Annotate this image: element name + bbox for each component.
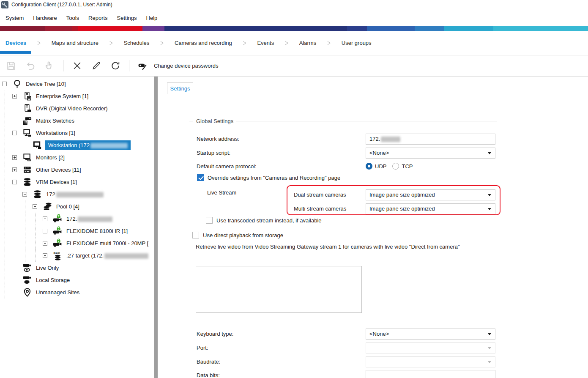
override-settings-checkbox[interactable] [197, 174, 204, 181]
tree-row[interactable]: Local Storage [0, 274, 154, 286]
tab-devices[interactable]: Devices [5, 40, 26, 46]
tree-row[interactable]: VRM Devices [1] [0, 176, 154, 188]
tree-row[interactable]: iSCSI.27 target (172. [0, 249, 154, 262]
tree-label: FLEXIDOME multi 7000i - 20MP [ [66, 238, 149, 248]
direct-playback-checkbox[interactable] [192, 232, 199, 238]
tree-indent-guide [2, 127, 12, 139]
tab-user-groups[interactable]: User groups [342, 40, 372, 46]
tree-indent-guide [2, 225, 12, 237]
tree-expander-plus-icon[interactable] [43, 216, 47, 221]
tree-row[interactable]: Other Devices [11] [0, 164, 154, 176]
pin-icon [22, 288, 32, 297]
port-select [366, 342, 495, 353]
tree-row[interactable]: DVR (Digital Video Recorder) [0, 102, 154, 115]
tree-row[interactable]: Pool 0 [4] [0, 200, 154, 213]
radio-tcp[interactable] [392, 163, 399, 170]
tab-settings[interactable]: Settings [167, 82, 193, 94]
edit-button[interactable] [91, 60, 101, 71]
tree-label: Workstations [1] [35, 128, 76, 138]
tree-row[interactable]: Workstation (172 [0, 139, 154, 151]
menu-item-help[interactable]: Help [145, 14, 159, 22]
multi-stream-select[interactable]: Image pane size optimized [366, 203, 495, 214]
dual-stream-select[interactable]: Image pane size optimized [366, 189, 495, 200]
tree-indent-guide [2, 90, 12, 102]
tree-indent-guide [33, 213, 43, 225]
tree-expander-minus-icon[interactable] [22, 192, 27, 197]
tree-expander-minus-icon[interactable] [12, 180, 17, 184]
tree-indent-guide [22, 213, 33, 225]
panel-splitter[interactable] [154, 77, 158, 378]
tree-row[interactable]: Workstations [1] [0, 127, 154, 139]
vsg-camera-list[interactable] [196, 266, 362, 313]
tree-row[interactable]: FLEXIDOME multi 7000i - 20MP [ [0, 237, 154, 249]
port-label: Port: [197, 342, 208, 353]
tree-expander-plus-icon[interactable] [43, 253, 47, 258]
tree-row[interactable]: Monitors [2] [0, 151, 154, 164]
device-tree: Device Tree [10]Enterprise System [1]DVR… [0, 77, 154, 378]
tree-indent-guide [2, 102, 12, 115]
toolbar: Change device passwords [0, 55, 588, 77]
tree-row[interactable]: 172. [0, 213, 154, 225]
tab-schedules[interactable]: Schedules [124, 40, 150, 46]
tree-expander-plus-icon[interactable] [12, 94, 17, 99]
refresh-button[interactable] [110, 60, 120, 71]
radio-udp[interactable] [366, 163, 372, 170]
tree-expander-plus-icon[interactable] [43, 229, 47, 233]
keyboard-type-select[interactable]: <None> [366, 329, 495, 340]
menu-item-system[interactable]: System [4, 14, 25, 22]
workflow-tabs: Devices>Maps and structure>Schedules>Cam… [0, 31, 588, 55]
data-bits-input[interactable] [366, 370, 495, 378]
network-address-input[interactable]: 172. [366, 134, 495, 145]
tree-indent-guide [22, 249, 33, 262]
tree-row[interactable]: Device Tree [10] [0, 78, 154, 90]
tree-row[interactable]: 172 [0, 188, 154, 200]
tree-row[interactable]: Enterprise System [1] [0, 90, 154, 102]
tree-label: Enterprise System [1] [35, 91, 89, 101]
tree-expander-plus-icon[interactable] [12, 155, 17, 160]
chevron-right-icon: > [37, 38, 41, 47]
tab-alarms[interactable]: Alarms [299, 40, 316, 46]
tree-indent-guide [12, 249, 22, 262]
tab-events[interactable]: Events [257, 40, 274, 46]
tree-indent-guide [2, 139, 12, 151]
tree-label: Unmanaged Sites [35, 288, 80, 297]
tab-cameras-and-recording[interactable]: Cameras and recording [175, 40, 232, 46]
tree-expander-minus-icon[interactable] [12, 131, 17, 135]
tree-row[interactable]: Unmanaged Sites [0, 286, 154, 299]
tabstrip-line [158, 94, 588, 94]
tree-row[interactable]: FLEXIDOME 8100i IR [1] [0, 225, 154, 237]
menu-item-tools[interactable]: Tools [65, 14, 80, 22]
tree-label: VRM Devices [1] [35, 177, 78, 187]
tree-expander-plus-icon[interactable] [43, 241, 47, 246]
tree-expander-minus-icon[interactable] [2, 82, 7, 86]
menu-item-settings[interactable]: Settings [116, 14, 138, 22]
tree-expander-minus-icon[interactable] [33, 204, 37, 209]
chevron-down-icon [488, 333, 491, 337]
group-title: Global Settings [196, 118, 233, 124]
baudrate-select [366, 356, 495, 367]
transcoded-stream-checkbox[interactable] [206, 217, 213, 224]
startup-script-select[interactable]: <None> [366, 148, 495, 159]
chevron-down-icon [488, 152, 491, 156]
tree-label: Monitors [2] [35, 153, 66, 162]
change-device-passwords-button[interactable] [138, 60, 148, 71]
tree-indent-guide [12, 188, 22, 200]
tree-indent-guide [2, 164, 12, 176]
tree-expander-plus-icon[interactable] [12, 167, 17, 172]
tree-row[interactable]: Live Only [0, 262, 154, 274]
tree-row[interactable]: Matrix Switches [0, 115, 154, 127]
tree-indent-guide [12, 225, 22, 237]
redacted-text [104, 253, 148, 259]
toolbar-separator [63, 60, 63, 71]
tree-indent-guide [12, 213, 22, 225]
cam-icon [53, 214, 63, 224]
tree-indent-guide [2, 188, 12, 200]
wrench-icon [1, 1, 8, 8]
menu-item-hardware[interactable]: Hardware [32, 14, 58, 22]
tab-maps-and-structure[interactable]: Maps and structure [52, 40, 98, 46]
delete-button[interactable] [72, 60, 82, 71]
pool-icon [43, 202, 52, 211]
menu-item-reports[interactable]: Reports [87, 14, 109, 22]
window-title: Configuration Client (127.0.0.1, User: A… [11, 2, 112, 8]
redacted-text [78, 216, 112, 222]
